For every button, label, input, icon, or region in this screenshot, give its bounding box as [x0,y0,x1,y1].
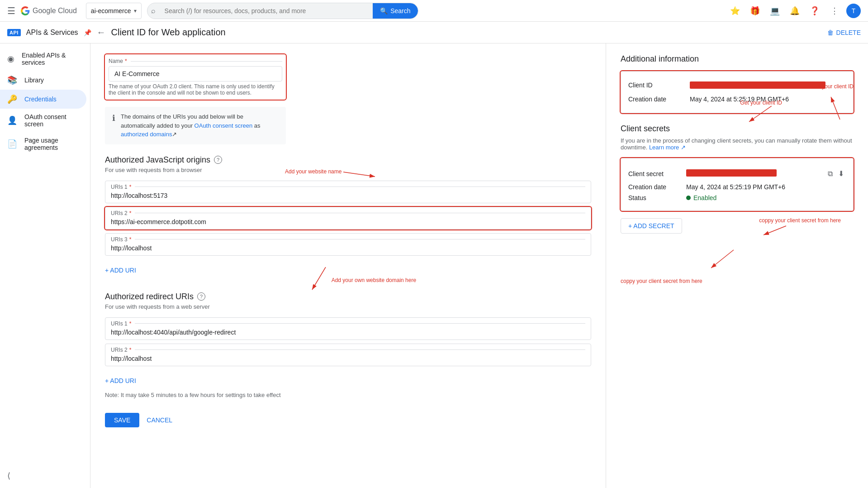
js-uri-2-input[interactable] [105,216,591,229]
sidebar-item-label: Library [24,77,44,84]
sidebar: ◉ Enabled APIs & services 📚 Library 🔑 Cr… [0,43,90,488]
delete-button[interactable]: 🗑 DELETE [827,29,861,36]
info-icon: ℹ [112,113,115,139]
library-icon: 📚 [7,75,17,85]
info-text: The domains of the URIs you add below wi… [121,112,279,139]
name-hint: The name of your OAuth 2.0 client. This … [109,83,282,96]
js-origins-section: Authorized JavaScript origins ? For use … [105,155,591,277]
api-badge: API [7,29,21,36]
sidebar-item-page-usage[interactable]: 📄 Page usage agreements [0,132,86,156]
client-id-label: Client ID [628,81,683,89]
js-uri-3-label: URIs 3 * [105,234,591,243]
star-icon[interactable]: ⭐ [727,3,743,19]
redirect-uri-2-input[interactable] [105,353,591,366]
menu-icon[interactable]: ☰ [7,5,15,16]
action-bar: SAVE CANCEL [105,413,591,442]
svg-line-1 [831,97,840,120]
add-uri-redirect-button[interactable]: + ADD URI [105,373,136,388]
right-panel: Additional information Client ID Creatio… [606,43,868,488]
project-selector[interactable]: ai-ecommerce ▾ [86,3,142,19]
cancel-button[interactable]: CANCEL [147,416,172,424]
search-bar: ⌕ 🔍 Search [147,3,418,19]
enabled-apis-icon: ◉ [7,54,14,64]
js-uri-1-input[interactable] [105,190,591,203]
sidebar-item-label: Page usage agreements [24,137,79,151]
authorized-domains-link[interactable]: authorized domains [121,131,172,138]
name-input[interactable] [109,66,282,81]
download-icon: ⬇ [838,170,844,177]
redirect-help-icon[interactable]: ? [197,292,205,301]
redirect-uri-1-wrapper: URIs 1 * [105,317,591,340]
add-uri-js-label: + ADD URI [105,267,136,274]
back-button[interactable]: ← [97,27,106,38]
avatar[interactable]: T [846,4,861,18]
js-uri-2-wrapper: URIs 2 * [105,207,591,230]
js-uri-3-input[interactable] [105,243,591,255]
search-left-icon: ⌕ [147,7,159,15]
google-cloud-text: Google Cloud [33,7,77,15]
js-origins-title: Authorized JavaScript origins ? [105,155,591,165]
annotations-container: coppy your client secret from here [621,241,854,284]
search-button-label: Search [390,7,410,14]
notification-icon[interactable]: 🔔 [787,3,803,19]
main-layout: ◉ Enabled APIs & services 📚 Library 🔑 Cr… [0,43,868,488]
save-label: SAVE [114,416,130,424]
redirect-uri-2-label: URIs 2 * [105,344,591,353]
note-text: Note: It may take 5 minutes to a few hou… [105,392,591,398]
subheader: API APIs & Services 📌 ← Client ID for We… [0,22,868,43]
js-origins-help-icon[interactable]: ? [214,156,222,164]
redirect-uris-group: URIs 1 * URIs 2 * [105,317,591,366]
add-uri-js-button[interactable]: + ADD URI [105,263,136,277]
search-input[interactable] [159,7,373,14]
delete-icon: 🗑 [827,29,834,36]
client-secret-row: Client secret ⧉ ⬇ [628,166,846,182]
search-button[interactable]: 🔍 Search [373,3,417,19]
page-title: Client ID for Web application [111,27,226,38]
google-logo-icon [21,6,30,15]
cancel-label: CANCEL [147,416,172,424]
dropdown-icon: ▾ [134,8,137,14]
save-button[interactable]: SAVE [105,413,139,427]
oauth-icon: 👤 [7,115,17,125]
redirect-uri-1-input[interactable] [105,327,591,340]
back-icon: ← [97,27,106,38]
secrets-title: Client secrets [621,124,854,134]
download-secret-button[interactable]: ⬇ [836,167,846,180]
search-icon: 🔍 [380,7,388,14]
pin-icon[interactable]: 📌 [84,29,91,36]
redirect-uri-2-wrapper: URIs 2 * [105,344,591,366]
help-icon[interactable]: ❓ [806,3,823,19]
terminal-icon[interactable]: 💻 [767,3,783,19]
page-usage-icon: 📄 [7,139,17,149]
copy-secret-button[interactable]: ⧉ [826,167,835,180]
redirect-title: Authorized redirect URIs ? [105,292,591,301]
client-secret-label: Client secret [628,170,683,177]
topbar-right-icons: ⭐ 🎁 💻 🔔 ❓ ⋮ T [727,3,861,19]
redirect-subtitle: For use with requests from a web server [105,303,591,310]
delete-label: DELETE [836,29,861,36]
add-secret-label: + ADD SECRET [628,222,674,230]
sidebar-item-oauth[interactable]: 👤 OAuth consent screen [0,109,86,132]
learn-more-link[interactable]: Learn more ↗ [649,144,686,151]
js-uri-1-label: URIs 1 * [105,181,591,190]
secret-status-value: Enabled [686,194,846,201]
sidebar-item-credentials[interactable]: 🔑 Credentials [0,90,86,109]
sidebar-item-enabled-apis[interactable]: ◉ Enabled APIs & services [0,47,86,71]
secret-creation-row: Creation date May 4, 2024 at 5:25:19 PM … [628,182,846,192]
sidebar-item-library[interactable]: 📚 Library [0,71,86,90]
additional-info-title: Additional information [621,54,854,64]
add-secret-button[interactable]: + ADD SECRET [621,218,682,234]
secrets-desc: If you are in the process of changing cl… [621,137,854,151]
more-icon[interactable]: ⋮ [826,3,843,19]
gift-icon[interactable]: 🎁 [747,3,763,19]
oauth-consent-link[interactable]: OAuth consent screen [194,122,253,129]
sidebar-collapse-icon[interactable]: ⟨ [7,471,10,481]
sidebar-item-label: OAuth consent screen [24,113,79,128]
topbar: ☰ Google Cloud ai-ecommerce ▾ ⌕ 🔍 Search… [0,0,868,22]
secret-status-row: Status Enabled [628,192,846,203]
sidebar-item-label: Enabled APIs & services [22,52,79,66]
creation-date-label: Creation date [628,96,683,103]
apis-services-title: APIs & Services [26,29,78,37]
secret-creation-value: May 4, 2024 at 5:25:19 PM GMT+6 [686,183,846,191]
secret-card: Client secret ⧉ ⬇ Creation date May 4, 2… [621,158,854,211]
